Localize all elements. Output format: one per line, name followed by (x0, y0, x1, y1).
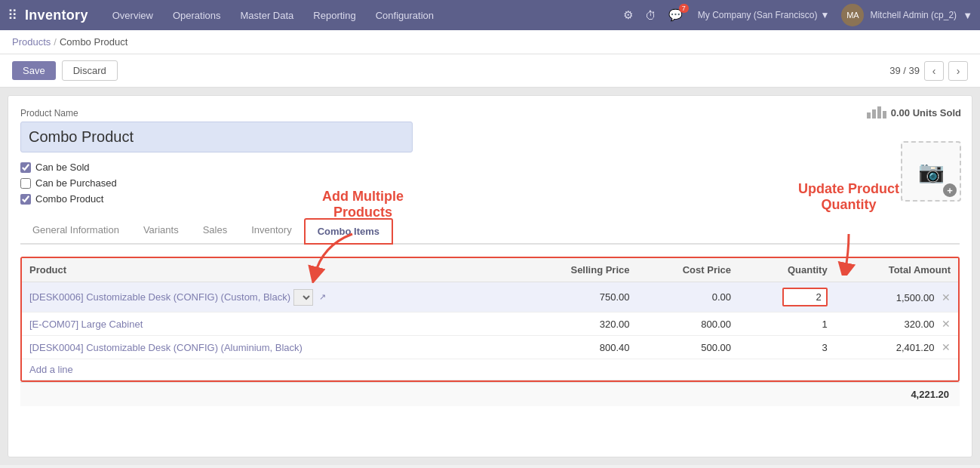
user-name[interactable]: Mitchell Admin (cp_2) (870, 10, 957, 20)
row1-product-link[interactable]: [DESK0006] Customizable Desk (CONFIG) (C… (29, 291, 290, 303)
combo-product-label: Combo Product (35, 193, 103, 205)
stats-area: 0.00 Units Sold (867, 106, 961, 119)
nav-links: Overview Operations Master Data Reportin… (103, 5, 620, 26)
can-be-purchased-label: Can be Purchased (35, 177, 117, 189)
units-sold-stat: 0.00 Units Sold (867, 106, 961, 119)
tab-sales[interactable]: Sales (191, 218, 240, 245)
pager-next[interactable]: › (948, 61, 968, 81)
camera-icon: 📷 (918, 159, 945, 184)
row1-quantity[interactable] (739, 282, 835, 313)
main-content: 0.00 Units Sold 📷 + Product Name Can be … (0, 88, 980, 465)
breadcrumb: Products / Combo Product (0, 30, 980, 54)
product-name-label: Product Name (20, 108, 960, 119)
save-button[interactable]: Save (12, 61, 56, 80)
toolbar: Save Discard 39 / 39 ‹ › (0, 54, 980, 88)
add-image-icon: + (943, 183, 957, 197)
row2-delete-btn[interactable]: ✕ (942, 318, 951, 330)
row3-product-link[interactable]: [DESK0004] Customizable Desk (CONFIG) (A… (29, 342, 303, 353)
breadcrumb-separator: / (54, 36, 57, 48)
table-row: [DESK0006] Customizable Desk (CONFIG) (C… (22, 282, 958, 313)
row2-product: [E-COM07] Large Cabinet (22, 313, 519, 336)
pager: 39 / 39 ‹ › (889, 61, 968, 81)
col-total-amount: Total Amount (835, 258, 958, 282)
pager-text: 39 / 39 (889, 65, 920, 76)
row1-product-dropdown[interactable] (293, 289, 313, 306)
form-card: 0.00 Units Sold 📷 + Product Name Can be … (8, 95, 972, 457)
product-image[interactable]: 📷 + (901, 141, 961, 202)
tab-variants[interactable]: Variants (131, 218, 191, 245)
add-line-cell[interactable]: Add a line (22, 359, 958, 380)
nav-operations[interactable]: Operations (164, 5, 230, 26)
chat-icon[interactable]: 💬 7 (665, 5, 686, 25)
tab-general-information[interactable]: General Information (20, 218, 131, 245)
col-product: Product (22, 258, 519, 282)
clock-icon[interactable]: ⏱ (642, 6, 659, 25)
nav-master-data[interactable]: Master Data (232, 5, 303, 26)
company-selector[interactable]: My Company (San Francisco) ▼ (692, 7, 836, 23)
can-be-sold-label: Can be Sold (35, 162, 90, 173)
row1-total: 1,500.00 ✕ (835, 282, 958, 313)
app-title: Inventory (25, 8, 88, 23)
col-quantity: Quantity (739, 258, 835, 282)
pager-prev[interactable]: ‹ (924, 61, 944, 81)
combo-items-table: Product Selling Price Cost Price Quantit… (22, 258, 958, 380)
nav-configuration[interactable]: Configuration (367, 5, 443, 26)
can-be-purchased-row: Can be Purchased (20, 177, 960, 189)
company-name: My Company (San Francisco) (698, 10, 818, 20)
discard-button[interactable]: Discard (62, 60, 118, 81)
row2-quantity: 1 (739, 313, 835, 336)
row3-cost-price: 500.00 (637, 336, 739, 359)
units-sold-value: 0.00 Units Sold (891, 107, 961, 119)
table-row: [E-COM07] Large Cabinet 320.00 800.00 1 … (22, 313, 958, 336)
can-be-purchased-checkbox[interactable] (20, 178, 31, 189)
can-be-sold-row: Can be Sold (20, 162, 960, 173)
row1-external-icon[interactable]: ↗ (319, 292, 326, 302)
breadcrumb-parent[interactable]: Products (12, 36, 51, 48)
chat-badge: 7 (679, 4, 689, 13)
breadcrumb-current: Combo Product (60, 36, 127, 48)
row1-selling-price: 750.00 (519, 282, 637, 313)
combo-product-row: Combo Product (20, 193, 960, 205)
row3-delete-btn[interactable]: ✕ (942, 341, 951, 353)
col-selling-price: Selling Price (519, 258, 637, 282)
row1-delete-btn[interactable]: ✕ (942, 291, 951, 303)
company-chevron: ▼ (821, 10, 830, 20)
nav-reporting[interactable]: Reporting (304, 5, 364, 26)
col-cost-price: Cost Price (637, 258, 739, 282)
top-navigation: ⠿ Inventory Overview Operations Master D… (0, 0, 980, 30)
nav-right: ⚙ ⏱ 💬 7 My Company (San Francisco) ▼ MA … (620, 4, 972, 26)
product-name-input[interactable] (20, 122, 413, 152)
combo-product-checkbox[interactable] (20, 194, 31, 205)
bar-chart-icon (867, 106, 886, 119)
row2-total: 320.00 ✕ (835, 313, 958, 336)
settings-icon[interactable]: ⚙ (620, 5, 636, 25)
row3-total: 2,401.20 ✕ (835, 336, 958, 359)
avatar[interactable]: MA (841, 4, 864, 26)
tab-combo-items[interactable]: Combo Items (304, 218, 393, 245)
row1-cost-price: 0.00 (637, 282, 739, 313)
row2-selling-price: 320.00 (519, 313, 637, 336)
user-chevron: ▼ (963, 10, 972, 21)
row2-cost-price: 800.00 (637, 313, 739, 336)
tabs-row: General Information Variants Sales Inven… (20, 218, 960, 245)
apps-icon[interactable]: ⠿ (8, 7, 17, 23)
row3-selling-price: 800.40 (519, 336, 637, 359)
row1-qty-input[interactable] (782, 288, 828, 306)
row3-product: [DESK0004] Customizable Desk (CONFIG) (A… (22, 336, 519, 359)
total-row: 4,221.20 (20, 382, 960, 406)
can-be-sold-checkbox[interactable] (20, 162, 31, 173)
row1-product: [DESK0006] Customizable Desk (CONFIG) (C… (22, 282, 519, 313)
tab-inventory[interactable]: Inventory (239, 218, 303, 245)
nav-overview[interactable]: Overview (103, 5, 162, 26)
row2-product-link[interactable]: [E-COM07] Large Cabinet (29, 319, 143, 330)
add-line-row: Add a line (22, 359, 958, 380)
table-row: [DESK0004] Customizable Desk (CONFIG) (A… (22, 336, 958, 359)
combo-items-table-section: Product Selling Price Cost Price Quantit… (20, 257, 960, 382)
checkbox-group: Can be Sold Can be Purchased Combo Produ… (20, 162, 960, 205)
total-amount: 4,221.20 (911, 389, 949, 400)
row3-quantity: 3 (739, 336, 835, 359)
